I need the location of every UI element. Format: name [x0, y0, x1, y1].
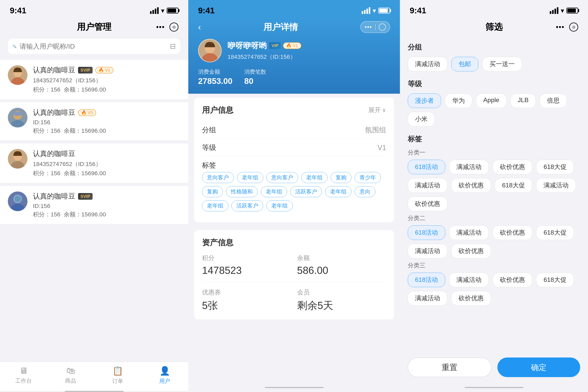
chevron-down-icon: ∨ [382, 107, 386, 113]
more-options-icon[interactable]: ••• [156, 23, 165, 31]
user-card[interactable]: 认真的咖啡豆 SVIP ID:156 积分：156 余额：15696.00 [0, 186, 188, 224]
chip-baoyou[interactable]: 包邮 [451, 57, 478, 71]
signal-bar-32 [552, 10, 554, 14]
status-icons-2: ▾ [362, 7, 390, 14]
chip-manbuzhe[interactable]: 漫步者 [408, 94, 441, 108]
svg-rect-4 [13, 112, 22, 116]
expand-button[interactable]: 展开 ∨ [368, 106, 386, 114]
chip-manzhan-13[interactable]: 满减活动 [536, 178, 576, 193]
chip-manzhan-2[interactable]: 满减活动 [449, 226, 489, 240]
profile-info: 咿呀咿呀哟 VIP 🔥 V1 184352747652（ID:156） [228, 40, 390, 61]
filter-scan-icon[interactable]: ⊙ [569, 22, 578, 32]
chip-jianjia-13[interactable]: 砍价优惠 [408, 196, 447, 211]
scan-icon[interactable]: ⊙ [170, 22, 179, 32]
chip-jianjia-22[interactable]: 砍价优惠 [451, 244, 491, 258]
tag-item: 老年组 [261, 186, 287, 197]
user-name-row: 认真的咖啡豆 SVIP [33, 192, 180, 201]
bottom-tabs: 🖥 工作台 🛍 商品 📋 订单 👤 用户 [0, 362, 188, 391]
signal-bar-34 [557, 7, 558, 14]
asset-points-value: 1478523 [202, 264, 291, 276]
avatar [8, 108, 28, 128]
filter-section-group: 分组 满减活动 包邮 买一送一 [408, 42, 580, 71]
assets-grid: 积分 1478523 余额 586.00 优惠券 5张 会员 剩余5天 [202, 254, 386, 312]
chip-manzhan-1[interactable]: 满减活动 [449, 160, 489, 174]
signal-bar-4 [157, 7, 159, 14]
back-button[interactable]: ‹ [198, 22, 201, 32]
chip-618da-12[interactable]: 618大促 [495, 178, 532, 193]
tab-users[interactable]: 👤 用户 [141, 366, 188, 385]
battery-fill-2 [379, 8, 388, 12]
chip-manzhan-32[interactable]: 满减活动 [408, 291, 447, 306]
category-one-chips: 618活动 满减活动 砍价优惠 618大促 满减活动 砍价优惠 618大促 满减… [408, 160, 580, 211]
user-id: 184352747652（ID:156） [33, 76, 180, 84]
chip-manzhan-12[interactable]: 满减活动 [408, 178, 447, 193]
tag-item: 活跃客户 [290, 186, 322, 197]
chip-jianjia-3[interactable]: 砍价优惠 [493, 273, 532, 287]
orders-icon: 📋 [112, 366, 123, 376]
signal-bar-w2 [364, 10, 366, 14]
chip-manzhan-3[interactable]: 满减活动 [449, 273, 489, 287]
group-chips: 满减活动 包邮 买一送一 [408, 57, 580, 71]
chip-huawei[interactable]: 华为 [445, 94, 472, 108]
chip-618-1[interactable]: 618活动 [408, 160, 445, 174]
confirm-button[interactable]: 确定 [497, 358, 580, 377]
tab-orders[interactable]: 📋 订单 [94, 366, 141, 385]
header-actions[interactable]: ••• [360, 21, 390, 33]
level-value: V1 [378, 144, 386, 152]
chip-jianjia-32[interactable]: 砍价优惠 [451, 291, 491, 306]
tag-item: 老年组 [301, 172, 328, 183]
chip-jianjia-2[interactable]: 砍价优惠 [493, 226, 532, 240]
tag-item: 复购 [331, 172, 351, 183]
group-label: 分组 [202, 125, 216, 135]
user-card[interactable]: 认真的咖啡豆 🔥 V5 ID:156 积分：156 余额：15696.00 [0, 102, 188, 140]
asset-member-value: 剩余5天 [297, 299, 386, 312]
chip-apple[interactable]: Apple [476, 94, 507, 108]
chip-618da-1[interactable]: 618大促 [536, 160, 574, 174]
status-icons-3: ▾ [550, 7, 578, 14]
signal-bars-3 [550, 7, 558, 14]
chip-maiyisongyi[interactable]: 买一送一 [482, 57, 522, 71]
chip-618-3[interactable]: 618活动 [408, 273, 445, 287]
signal-bar-w1 [362, 11, 363, 14]
user-name-row: 认真的咖啡豆 🔥 V5 [33, 108, 180, 118]
chip-jlb[interactable]: JLB [510, 94, 536, 108]
chip-manzhan[interactable]: 满减活动 [408, 57, 447, 71]
tab-goods[interactable]: 🛍 商品 [47, 366, 94, 385]
level-section-title: 等级 [408, 79, 580, 89]
user-info: 认真的咖啡豆 184352747652（ID:156） 积分：156 余额：15… [33, 149, 180, 178]
tag-item: 意向 [355, 186, 375, 197]
filter-icon[interactable]: ⊟ [170, 42, 176, 50]
filter-panel: 9:41 ▾ 筛选 ••• ⊙ 分组 满减活动 包邮 [400, 0, 588, 392]
chip-618-2[interactable]: 618活动 [408, 226, 445, 240]
chip-jianjia-12[interactable]: 砍价优惠 [451, 178, 491, 193]
asset-points: 积分 1478523 [202, 254, 291, 276]
detail-row-level: 等级 V1 [202, 139, 386, 156]
user-card[interactable]: 认真的咖啡豆 SVIP 🔥 V1 184352747652（ID:156） 积分… [0, 60, 188, 99]
badge-v5: 🔥 V5 [78, 109, 96, 116]
filter-section-level: 等级 漫步者 华为 Apple JLB 倍思 小米 [408, 79, 580, 126]
tag-item: 意向客户 [266, 172, 298, 183]
user-meta: 积分：156 余额：15696.00 [33, 210, 180, 218]
tag-item: 老年组 [325, 186, 351, 197]
category-two-title: 分类二 [408, 214, 580, 222]
users-label: 用户 [159, 378, 170, 385]
svg-point-8 [11, 204, 25, 211]
user-meta: 积分：156 余额：15696.00 [33, 169, 180, 178]
search-input[interactable] [20, 42, 167, 50]
category-three-title: 分类三 [408, 262, 580, 270]
profile-name: 咿呀咿呀哟 [228, 40, 267, 51]
chip-xiaomi[interactable]: 小米 [408, 112, 435, 126]
reset-button[interactable]: 重置 [408, 358, 491, 377]
chip-618da-3[interactable]: 618大促 [536, 273, 574, 287]
search-bar[interactable]: 🔍 ⊟ [8, 38, 180, 54]
user-card[interactable]: 认真的咖啡豆 184352747652（ID:156） 积分：156 余额：15… [0, 144, 188, 183]
chip-beisi[interactable]: 倍思 [540, 94, 567, 108]
asset-balance-label: 余额 [297, 254, 386, 262]
chip-618da-2[interactable]: 618大促 [536, 226, 574, 240]
user-info: 认真的咖啡豆 🔥 V5 ID:156 积分：156 余额：15696.00 [33, 108, 180, 135]
tab-workbench[interactable]: 🖥 工作台 [0, 366, 47, 385]
chip-manzhan-22[interactable]: 满减活动 [408, 244, 447, 258]
filter-more-icon[interactable]: ••• [556, 23, 564, 31]
user-name-row: 认真的咖啡豆 SVIP 🔥 V1 [33, 65, 180, 75]
chip-jianjia-1[interactable]: 砍价优惠 [493, 160, 532, 174]
